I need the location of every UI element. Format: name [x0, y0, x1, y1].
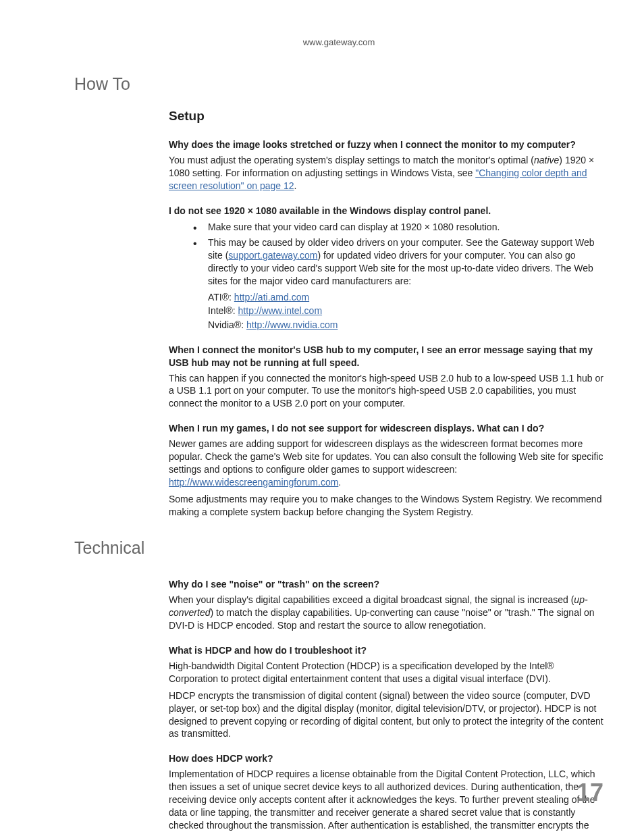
vendor-label: Nvidia®: [208, 319, 246, 330]
page: www.gateway.com How To Setup Why does th… [0, 0, 644, 834]
nvidia-link[interactable]: http://www.nvidia.com [246, 319, 338, 330]
vendor-link-row: Nvidia®: http://www.nvidia.com [208, 318, 603, 332]
faq-answer: This can happen if you connected the mon… [169, 372, 603, 411]
faq-answer: High-bandwidth Digital Content Protectio… [169, 660, 603, 685]
intel-link[interactable]: http://www.intel.com [238, 305, 323, 316]
section-title-technical: Technical [74, 538, 603, 558]
vendor-link-row: ATI®: http://ati.amd.com [208, 290, 603, 304]
faq-question: How does HDCP work? [169, 752, 603, 765]
vendor-link-row: Intel®: http://www.intel.com [208, 304, 603, 317]
text: . [294, 180, 297, 191]
content-howto: Why does the image looks stretched or fu… [169, 138, 603, 518]
faq-question: What is HDCP and how do I troubleshoot i… [169, 644, 603, 657]
bullet-list: Make sure that your video card can displ… [189, 221, 603, 287]
page-number: 17 [576, 779, 603, 807]
text: . [338, 477, 341, 488]
section-title-howto: How To [74, 74, 603, 94]
faq-question: When I connect the monitor's USB hub to … [169, 344, 603, 369]
content-technical: Why do I see "noise" or "trash" on the s… [169, 578, 603, 834]
support-link[interactable]: support.gateway.com [228, 250, 317, 261]
list-item: This may be caused by older video driver… [189, 236, 603, 288]
faq-answer: Some adjustments may require you to make… [169, 493, 603, 519]
faq-question: Why do I see "noise" or "trash" on the s… [169, 578, 603, 591]
header-url: www.gateway.com [74, 37, 603, 47]
faq-answer: HDCP encrypts the transmission of digita… [169, 689, 603, 741]
vendor-links: ATI®: http://ati.amd.com Intel®: http://… [208, 290, 603, 332]
text: Newer games are adding support for wides… [169, 438, 603, 475]
vendor-label: ATI®: [208, 292, 234, 303]
subsection-title-setup: Setup [169, 109, 603, 124]
faq-question: I do not see 1920 × 1080 available in th… [169, 205, 603, 217]
ati-link[interactable]: http://ati.amd.com [234, 292, 309, 303]
text: You must adjust the operating system's d… [169, 155, 534, 165]
text: ) to match the display capabilities. Up-… [169, 607, 595, 631]
vendor-label: Intel®: [208, 305, 238, 316]
faq-answer: Newer games are adding support for wides… [169, 438, 603, 489]
faq-question: Why does the image looks stretched or fu… [169, 138, 603, 151]
text: When your display's digital capabilities… [169, 594, 574, 605]
list-item: Make sure that your video card can displ… [189, 221, 603, 234]
widescreen-forum-link[interactable]: http://www.widescreengamingforum.com [169, 477, 338, 488]
faq-answer: When your display's digital capabilities… [169, 594, 603, 632]
faq-question: When I run my games, I do not see suppor… [169, 422, 603, 435]
faq-answer: You must adjust the operating system's d… [169, 154, 603, 192]
faq-answer: Implementation of HDCP requires a licens… [169, 768, 603, 834]
italic-text: native [534, 155, 559, 165]
